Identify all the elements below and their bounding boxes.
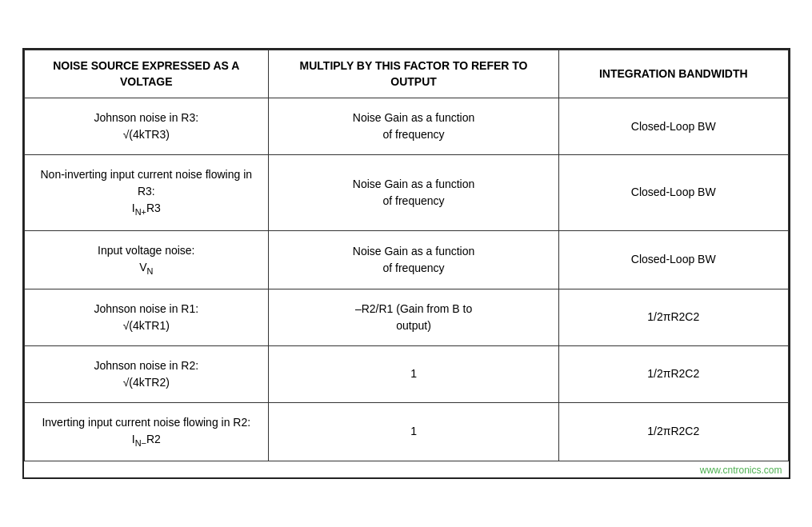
factor-cell-1: Noise Gain as a function of frequency [269, 98, 559, 155]
source-cell-5: Johnson noise in R2: √(4kTR2) [24, 345, 269, 402]
source-formula-4: √(4kTR1) [123, 319, 170, 332]
source-formula-1: √(4kTR3) [123, 128, 170, 141]
source-formula-6: IN−R2 [132, 433, 161, 445]
bw-cell-4: 1/2πR2C2 [558, 289, 788, 345]
factor-text-2b: of frequency [383, 194, 445, 207]
source-cell-2: Non-inverting input current noise flowin… [24, 155, 269, 230]
table-row: Input voltage noise: VN Noise Gain as a … [24, 230, 788, 289]
factor-cell-3: Noise Gain as a function of frequency [269, 230, 559, 289]
factor-text-6: 1 [410, 425, 417, 437]
factor-text-4b: output) [396, 319, 431, 332]
factor-text-1b: of frequency [383, 128, 445, 141]
factor-text-2a: Noise Gain as a function [353, 178, 475, 190]
source-formula-3: VN [139, 261, 153, 273]
main-table-wrapper: NOISE SOURCE EXPRESSED AS A VOLTAGE MULT… [22, 48, 790, 479]
source-text-1: Johnson noise in R3: [94, 111, 198, 124]
factor-cell-2: Noise Gain as a function of frequency [269, 155, 559, 230]
bw-cell-5: 1/2πR2C2 [558, 345, 788, 402]
source-text-3: Input voltage noise: [98, 244, 194, 257]
source-text-5: Johnson noise in R2: [94, 359, 198, 372]
source-cell-6: Inverting input current noise flowing in… [24, 402, 269, 461]
table-row: Johnson noise in R2: √(4kTR2) 1 1/2πR2C2 [24, 345, 788, 402]
source-cell-1: Johnson noise in R3: √(4kTR3) [24, 98, 269, 155]
bw-cell-3: Closed-Loop BW [558, 230, 788, 289]
bw-cell-2: Closed-Loop BW [558, 155, 788, 230]
factor-text-4a: –R2/R1 (Gain from B to [355, 302, 472, 315]
factor-text-5: 1 [410, 367, 417, 380]
source-cell-3: Input voltage noise: VN [24, 230, 269, 289]
bw-cell-1: Closed-Loop BW [558, 98, 788, 155]
table-row: Johnson noise in R1: √(4kTR1) –R2/R1 (Ga… [24, 289, 788, 345]
header-integration-bandwidth: INTEGRATION BANDWIDTH [558, 50, 788, 98]
source-text-4: Johnson noise in R1: [94, 302, 198, 315]
factor-text-1a: Noise Gain as a function [353, 111, 475, 124]
subscript-2: N+ [135, 207, 146, 217]
noise-table: NOISE SOURCE EXPRESSED AS A VOLTAGE MULT… [24, 50, 789, 461]
source-text-6: Inverting input current noise flowing in… [42, 416, 250, 429]
source-formula-2: IN+R3 [132, 202, 161, 214]
source-formula-5: √(4kTR2) [123, 376, 170, 389]
table-row: Johnson noise in R3: √(4kTR3) Noise Gain… [24, 98, 788, 155]
subscript-6: N− [135, 437, 146, 447]
table-row: Non-inverting input current noise flowin… [24, 155, 788, 230]
bw-cell-6: 1/2πR2C2 [558, 402, 788, 461]
factor-cell-5: 1 [269, 345, 559, 402]
header-row: NOISE SOURCE EXPRESSED AS A VOLTAGE MULT… [24, 50, 788, 98]
factor-text-3b: of frequency [383, 262, 445, 274]
source-cell-4: Johnson noise in R1: √(4kTR1) [24, 289, 269, 345]
header-multiply-factor: MULTIPLY BY THIS FACTOR TO REFER TO OUTP… [269, 50, 559, 98]
subscript-3: N [147, 265, 154, 275]
watermark: www.cntronics.com [24, 461, 789, 477]
table-row: Inverting input current noise flowing in… [24, 402, 788, 461]
factor-text-3a: Noise Gain as a function [353, 245, 475, 258]
source-text-2: Non-inverting input current noise flowin… [41, 168, 253, 198]
factor-cell-6: 1 [269, 402, 559, 461]
factor-cell-4: –R2/R1 (Gain from B to output) [269, 289, 559, 345]
header-noise-source: NOISE SOURCE EXPRESSED AS A VOLTAGE [24, 50, 269, 98]
